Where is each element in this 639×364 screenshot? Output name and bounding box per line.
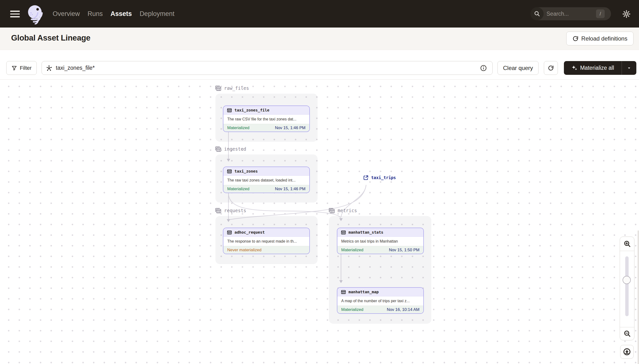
- reload-definitions-button[interactable]: Reload definitions: [566, 32, 633, 46]
- clear-query-button[interactable]: Clear query: [497, 61, 538, 75]
- asset-name: taxi_zones: [235, 169, 258, 174]
- settings-gear-icon[interactable]: [621, 9, 632, 19]
- asset-description: The raw taxi zones dataset, loaded int..…: [223, 176, 309, 185]
- table-icon: [227, 169, 232, 174]
- zoom-slider-track[interactable]: [625, 256, 628, 316]
- asset-name: manhattan_map: [348, 290, 379, 294]
- download-image-button[interactable]: [620, 345, 634, 359]
- asset-description: The response to an request made in th...: [223, 237, 309, 246]
- table-icon: [341, 290, 346, 295]
- main-nav: Overview Runs Assets Deployment: [53, 0, 174, 28]
- group-label-ingested[interactable]: ingested: [214, 145, 246, 152]
- asset-node-header[interactable]: taxi_zones: [223, 167, 309, 176]
- zoom-in-icon: [623, 240, 631, 248]
- status-badge: Materialized: [341, 307, 363, 312]
- asset-status-bar: Materialized Nov 15, 1:50 PM: [337, 246, 423, 254]
- zoom-in-button[interactable]: [620, 237, 634, 251]
- zoom-slider[interactable]: [620, 251, 634, 327]
- page-title: Global Asset Lineage: [11, 33, 90, 42]
- asset-selection-input[interactable]: [56, 61, 471, 74]
- refresh-icon: [572, 36, 579, 42]
- external-asset-taxi-trips[interactable]: taxi_trips: [363, 174, 396, 181]
- materialize-all-label: Materialize all: [580, 65, 614, 71]
- materialize-all-button[interactable]: Materialize all: [564, 61, 636, 75]
- materialization-timestamp: Nov 15, 1:50 PM: [389, 248, 419, 252]
- filter-label: Filter: [20, 65, 32, 71]
- zoom-slider-thumb[interactable]: [622, 276, 631, 284]
- asset-selection-input-wrap: [42, 61, 493, 75]
- refresh-graph-button[interactable]: [544, 61, 558, 75]
- materialize-options-caret[interactable]: [622, 66, 636, 71]
- clear-query-label: Clear query: [503, 65, 533, 72]
- table-stack-icon: [328, 207, 335, 214]
- chevron-down-icon: [626, 66, 632, 71]
- zoom-out-button[interactable]: [620, 327, 634, 340]
- search-input[interactable]: [546, 7, 592, 20]
- asset-status-bar: Materialized Nov 16, 10:14 AM: [337, 306, 423, 313]
- asset-status-bar: Materialized Nov 15, 1:46 PM: [223, 124, 309, 132]
- asset-node-header[interactable]: adhoc_request: [223, 228, 309, 237]
- asset-node-header[interactable]: manhattan_map: [337, 288, 423, 296]
- materialize-all-main[interactable]: Materialize all: [564, 65, 621, 71]
- zoom-control: [620, 236, 634, 340]
- asset-node-taxi-zones[interactable]: taxi_zones The raw taxi zones dataset, l…: [223, 166, 310, 193]
- table-icon: [227, 230, 232, 235]
- refresh-icon: [548, 65, 554, 71]
- group-label-metrics[interactable]: metrics: [328, 207, 357, 214]
- funnel-icon: [11, 65, 17, 71]
- filter-button[interactable]: Filter: [6, 61, 37, 75]
- lineage-edges: [0, 80, 639, 364]
- external-link-icon: [363, 174, 369, 181]
- lineage-toolbar: Filter Clear query Materialize all: [0, 50, 639, 80]
- asset-name: manhattan_stats: [348, 230, 383, 234]
- table-stack-icon: [214, 207, 222, 214]
- materialization-timestamp: Nov 15, 1:46 PM: [275, 126, 305, 130]
- page-header: Global Asset Lineage Reload definitions: [0, 28, 639, 50]
- table-icon: [227, 108, 232, 113]
- group-label-requests[interactable]: requests: [214, 207, 246, 214]
- table-icon: [341, 230, 346, 235]
- zoom-out-icon: [623, 330, 631, 337]
- group-name: ingested: [224, 146, 246, 152]
- group-label-raw-files[interactable]: raw_files: [214, 84, 249, 92]
- nav-item-assets[interactable]: Assets: [111, 10, 132, 18]
- asset-node-header[interactable]: taxi_zones_file: [223, 106, 309, 115]
- external-asset-name: taxi_trips: [371, 175, 396, 180]
- asset-node-adhoc-request[interactable]: adhoc_request The response to an request…: [223, 228, 310, 254]
- table-stack-icon: [214, 84, 222, 92]
- status-badge: Never materialized: [227, 248, 262, 252]
- op-selector-icon: [46, 65, 53, 72]
- asset-status-bar: Never materialized: [223, 246, 309, 254]
- download-circle-icon: [623, 348, 631, 356]
- asset-node-manhattan-stats[interactable]: manhattan_stats Metrics on taxi trips in…: [337, 228, 424, 254]
- info-icon[interactable]: [480, 64, 487, 72]
- materialization-timestamp: Nov 15, 1:46 PM: [275, 186, 305, 192]
- materialization-timestamp: Nov 16, 10:14 AM: [387, 307, 419, 312]
- status-badge: Materialized: [227, 186, 249, 192]
- asset-node-header[interactable]: manhattan_stats: [337, 228, 423, 237]
- global-search[interactable]: /: [530, 7, 611, 20]
- asset-status-bar: Materialized Nov 15, 1:46 PM: [223, 185, 309, 192]
- group-name: metrics: [338, 208, 357, 213]
- asset-node-taxi-zones-file[interactable]: taxi_zones_file The raw CSV file for the…: [223, 106, 310, 132]
- menu-hamburger-icon[interactable]: [10, 10, 20, 18]
- lineage-canvas[interactable]: raw_files ingested requests metrics taxi…: [0, 80, 639, 364]
- top-nav: Overview Runs Assets Deployment /: [0, 0, 639, 28]
- dagster-logo[interactable]: [25, 3, 46, 24]
- scrollbar-track[interactable]: [637, 230, 639, 364]
- status-badge: Materialized: [227, 126, 249, 130]
- search-icon: [530, 7, 544, 20]
- sparkles-icon: [571, 65, 578, 71]
- nav-item-deployment[interactable]: Deployment: [140, 10, 174, 18]
- nav-item-runs[interactable]: Runs: [88, 10, 103, 18]
- table-stack-icon: [214, 145, 222, 152]
- group-name: requests: [224, 208, 246, 213]
- group-name: raw_files: [224, 86, 249, 91]
- asset-description: The raw CSV file for the taxi zones dat.…: [223, 115, 309, 124]
- asset-name: taxi_zones_file: [235, 108, 270, 112]
- asset-description: A map of the number of trips per taxi z.…: [337, 296, 423, 306]
- asset-description: Metrics on taxi trips in Manhattan: [337, 237, 423, 246]
- asset-node-manhattan-map[interactable]: manhattan_map A map of the number of tri…: [337, 287, 424, 314]
- search-shortcut-badge: /: [596, 10, 605, 18]
- nav-item-overview[interactable]: Overview: [53, 10, 80, 18]
